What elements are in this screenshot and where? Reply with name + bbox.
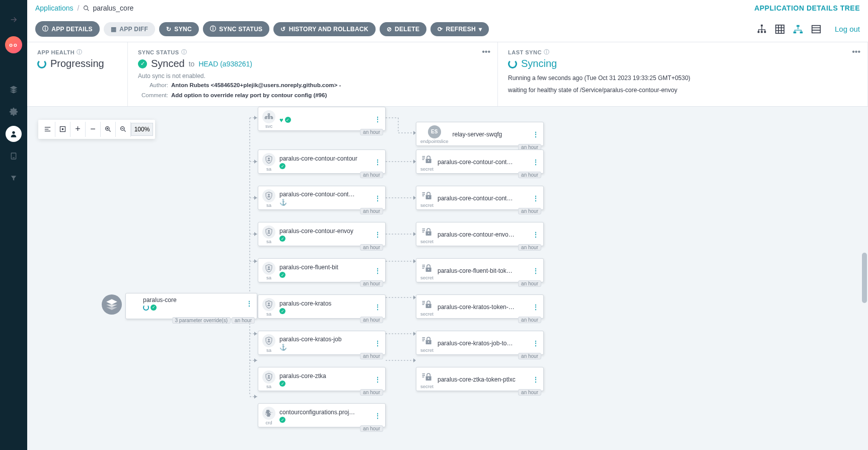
node-menu-button[interactable]: ⋮ (374, 412, 381, 419)
svg-marker-20 (254, 232, 257, 236)
app-diff-button[interactable]: ▦ APP DIFF (104, 22, 155, 36)
svg-point-44 (268, 375, 270, 377)
resource-node[interactable]: crdcontourconfigurations.project...✓⋮an … (258, 403, 386, 427)
root-node[interactable]: paralus-core ✓ ⋮ 3 parameter override(s)… (125, 293, 257, 319)
view-list-icon[interactable] (811, 24, 822, 35)
zoom-in-magnify-button[interactable] (101, 122, 116, 137)
svg-rect-76 (422, 375, 425, 376)
sync-status-button[interactable]: ⓘ SYNC STATUS (203, 21, 270, 37)
scrollbar-thumb[interactable] (862, 253, 867, 303)
svg-point-38 (268, 158, 270, 160)
node-menu-button[interactable]: ⋮ (374, 195, 381, 202)
author-value: Anton Rubets <45846520+plejik@users.nore… (171, 82, 341, 88)
resource-node[interactable]: saparalus-core-kratos-job⚓⋮an hour (258, 331, 386, 355)
synced-mini-icon: ✓ (279, 417, 285, 423)
svg-rect-46 (422, 158, 425, 159)
view-network-icon[interactable] (792, 24, 804, 35)
zoom-input[interactable] (131, 123, 153, 136)
more-icon[interactable]: ••• (482, 47, 490, 56)
view-tree-icon[interactable] (756, 24, 767, 35)
details-tree-link[interactable]: APPLICATION DETAILS TREE (754, 4, 860, 12)
last-sync-value: Syncing (508, 58, 857, 69)
secret-node[interactable]: secretparalus-core-contour-contour-...⋮a… (416, 149, 544, 174)
svc-node[interactable]: svc ♥✓ ⋮ an hour (258, 107, 386, 131)
anchor-icon: ⚓ (279, 199, 287, 206)
resource-node[interactable]: saparalus-core-kratos✓⋮an hour (258, 294, 386, 319)
node-menu-button[interactable]: ⋮ (532, 267, 539, 274)
secret-node[interactable]: secretparalus-core-contour-envoy-t...⋮an… (416, 222, 544, 246)
zoom-in-button[interactable]: + (70, 122, 86, 137)
node-menu-button[interactable]: ⋮ (374, 159, 381, 166)
fit-view-button[interactable] (55, 122, 70, 137)
sidebar-item-apps[interactable] (6, 82, 22, 98)
node-menu-button[interactable]: ⋮ (245, 300, 253, 307)
node-menu-button[interactable]: ⋮ (532, 195, 539, 202)
sidebar-item-settings[interactable] (6, 104, 22, 120)
svg-rect-72 (422, 340, 424, 341)
resource-node[interactable]: saparalus-core-contour-contour-...⚓⋮an h… (258, 186, 386, 210)
svg-point-54 (428, 196, 429, 197)
svg-rect-7 (764, 31, 766, 33)
kind-label: sa (266, 239, 271, 244)
sidebar-item-user[interactable] (6, 126, 22, 142)
node-menu-button[interactable]: ⋮ (374, 376, 381, 383)
age-badge: an hour (360, 280, 383, 287)
resource-node[interactable]: saparalus-core-ztka✓⋮an hour (258, 367, 386, 391)
kind-label: secret (420, 311, 433, 317)
sidebar-item-docs[interactable] (6, 148, 22, 164)
svg-rect-56 (422, 230, 425, 231)
health-label: APP HEALTH ⓘ (37, 48, 117, 56)
svg-rect-37 (268, 114, 270, 115)
node-menu-button[interactable]: ⋮ (532, 131, 539, 138)
logout-link[interactable]: Log out (835, 25, 860, 33)
view-grid-icon[interactable] (774, 24, 785, 35)
secret-node[interactable]: secretparalus-core-fluent-bit-token-...⋮… (416, 258, 544, 282)
node-title: contourconfigurations.project... (279, 409, 357, 416)
sync-button[interactable]: ↻ SYNC (159, 22, 199, 36)
node-menu-button[interactable]: ⋮ (374, 304, 381, 311)
sync-status-block: ••• SYNC STATUS ⓘ ✓ Synced to HEAD (a938… (128, 42, 498, 106)
tree-layout-button[interactable] (40, 122, 55, 137)
node-menu-button[interactable]: ⋮ (374, 340, 381, 347)
resource-node[interactable]: saparalus-core-fluent-bit✓⋮an hour (258, 258, 386, 282)
age-badge: an hour (518, 317, 541, 323)
history-button[interactable]: ↺ HISTORY AND ROLLBACK (273, 22, 375, 36)
syncing-icon (508, 59, 517, 68)
age-badge: an hour (360, 389, 383, 396)
svg-rect-50 (422, 192, 425, 193)
secret-node[interactable]: secretparalus-core-kratos-job-token...⋮a… (416, 331, 544, 355)
secret-node[interactable]: secretparalus-core-kratos-token-m7...⋮an… (416, 294, 544, 319)
resource-node[interactable]: saparalus-core-contour-envoy✓⋮an hour (258, 222, 386, 246)
node-menu-button[interactable]: ⋮ (532, 159, 539, 166)
endpointslice-icon: ES (428, 125, 441, 138)
svg-rect-36 (271, 117, 273, 119)
secret-node[interactable]: secretparalus-core-contour-contour-...⋮a… (416, 186, 544, 210)
more-icon[interactable]: ••• (852, 47, 860, 56)
app-details-button[interactable]: ⓘ APP DETAILS (35, 21, 100, 37)
revision-link[interactable]: HEAD (a938261) (198, 60, 252, 68)
health-block: APP HEALTH ⓘ Progressing (27, 42, 128, 106)
zoom-out-button[interactable]: − (86, 122, 101, 137)
collapse-arrow-icon[interactable] (9, 15, 18, 26)
argo-logo[interactable]: oo (5, 36, 22, 53)
breadcrumb-root-link[interactable]: Applications (35, 4, 74, 12)
node-menu-button[interactable]: ⋮ (532, 304, 539, 311)
node-menu-button[interactable]: ⋮ (532, 340, 539, 347)
resource-node[interactable]: saparalus-core-contour-contour✓⋮an hour (258, 149, 386, 174)
svg-marker-17 (254, 116, 257, 120)
endpointslice-node[interactable]: ES endpointslice relay-server-swqfg ⋮ an… (416, 122, 544, 146)
delete-button[interactable]: ⊘ DELETE (380, 22, 426, 36)
node-menu-button[interactable]: ⋮ (532, 376, 539, 383)
age-badge: an hour (518, 172, 541, 178)
zoom-out-magnify-button[interactable] (116, 122, 131, 137)
age-badge: an hour (518, 244, 541, 251)
node-menu-button[interactable]: ⋮ (374, 116, 381, 123)
svg-rect-66 (422, 303, 425, 304)
node-menu-button[interactable]: ⋮ (532, 231, 539, 238)
node-menu-button[interactable]: ⋮ (374, 231, 381, 238)
sidebar-item-filter[interactable] (6, 170, 22, 186)
tree-canvas[interactable]: + − (27, 107, 868, 450)
secret-node[interactable]: secretparalus-core-ztka-token-ptlxc⋮an h… (416, 367, 544, 391)
node-menu-button[interactable]: ⋮ (374, 267, 381, 274)
refresh-button[interactable]: ⟳ REFRESH ▾ (430, 22, 489, 36)
